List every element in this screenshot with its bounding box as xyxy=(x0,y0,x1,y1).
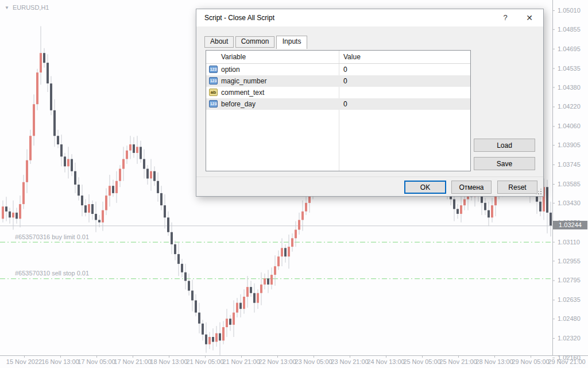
help-button[interactable]: ? xyxy=(496,9,514,26)
price-axis-label: 1.03110 xyxy=(558,239,580,246)
time-axis-label: 21 Nov 05:00 xyxy=(186,358,223,365)
string-variable-icon: ab xyxy=(209,89,218,96)
tab-inputs[interactable]: Inputs xyxy=(276,36,308,49)
variable-name: option xyxy=(221,64,240,75)
cancel-button[interactable]: Отмена xyxy=(451,181,492,194)
inputs-table: Variable Value 123 option 0 123 magic_nu… xyxy=(206,50,471,171)
price-axis-label: 1.03585 xyxy=(558,181,581,187)
time-axis-label: 29 Nov 21:00 xyxy=(548,358,585,365)
time-axis-label: 28 Nov 13:00 xyxy=(475,358,513,365)
price-axis-label: 1.04535 xyxy=(558,65,581,72)
price-axis-label: 1.02955 xyxy=(558,258,581,264)
metatrader-chart-window: ▼ EURUSD,H1 #653570316 buy limit 0.01 #6… xyxy=(0,0,588,368)
variable-value-cell[interactable]: 0 xyxy=(343,75,469,87)
sell-stop-order-label[interactable]: #653570310 sell stop 0.01 xyxy=(15,270,89,277)
price-axis-label: 1.04855 xyxy=(558,26,581,33)
tab-about[interactable]: About xyxy=(204,36,234,48)
table-header-row: Variable Value xyxy=(206,51,470,64)
price-axis-label: 1.03745 xyxy=(558,161,581,168)
int-variable-icon: 123 xyxy=(209,66,218,73)
price-axis-label: 1.04695 xyxy=(558,45,581,52)
ok-button[interactable]: OK xyxy=(404,181,446,194)
variable-value-cell[interactable]: 0 xyxy=(343,64,469,75)
price-axis-label: 1.05010 xyxy=(558,7,581,14)
price-axis-label: 1.03905 xyxy=(558,141,581,148)
close-icon[interactable]: ✕ xyxy=(520,9,539,26)
buy-limit-order-label[interactable]: #653570316 buy limit 0.01 xyxy=(15,233,89,240)
variable-value-cell[interactable]: 0 xyxy=(343,98,469,110)
time-axis-label: 15 Nov 2022 xyxy=(6,358,42,365)
dialog-titlebar[interactable]: Script - Close All Script ? ✕ xyxy=(196,9,543,26)
reset-button[interactable]: Reset xyxy=(497,181,537,194)
variable-name: before_day xyxy=(221,98,256,110)
time-axis-label: 29 Nov 05:00 xyxy=(512,358,549,365)
price-axis-label: 1.04220 xyxy=(558,103,581,110)
load-button[interactable]: Load xyxy=(474,139,535,152)
resize-grip[interactable] xyxy=(535,188,541,194)
price-axis-label: 1.02635 xyxy=(558,296,581,303)
time-axis-label: 25 Nov 21:00 xyxy=(439,358,477,365)
tab-common[interactable]: Common xyxy=(235,36,275,48)
time-axis-label: 21 Nov 21:00 xyxy=(222,358,260,365)
table-row[interactable]: 123 before_day 0 xyxy=(206,98,470,110)
time-axis-label: 23 Nov 21:00 xyxy=(331,358,368,365)
time-axis-label: 17 Nov 21:00 xyxy=(114,358,151,365)
dialog-title: Script - Close All Script xyxy=(204,9,274,26)
time-axis-label: 18 Nov 13:00 xyxy=(150,358,187,365)
save-button[interactable]: Save xyxy=(474,157,535,170)
current-price-badge: 1.03244 xyxy=(553,221,587,229)
time-axis-label: 17 Nov 05:00 xyxy=(78,358,115,365)
price-axis-label: 1.03430 xyxy=(558,200,581,206)
script-inputs-dialog: Script - Close All Script ? ✕ About Comm… xyxy=(196,9,544,197)
time-axis-label: 25 Nov 05:00 xyxy=(403,358,440,365)
footer-divider xyxy=(196,177,543,177)
int-variable-icon: 123 xyxy=(209,77,218,85)
time-axis-label: 23 Nov 05:00 xyxy=(295,358,332,365)
symbol-period-dropdown[interactable]: ▼ EURUSD,H1 xyxy=(5,4,49,11)
column-header-variable: Variable xyxy=(221,51,246,63)
time-axis-label: 16 Nov 13:00 xyxy=(41,358,79,365)
chevron-down-icon: ▼ xyxy=(5,5,9,10)
price-axis-label: 1.02795 xyxy=(558,277,581,283)
time-axis-label: 24 Nov 13:00 xyxy=(367,358,404,365)
table-row[interactable]: 123 option 0 xyxy=(206,64,470,75)
symbol-period-label: EURUSD,H1 xyxy=(13,4,49,11)
column-header-value: Value xyxy=(343,51,361,63)
price-axis-label: 1.04380 xyxy=(558,84,581,91)
variable-name: comment_text xyxy=(221,87,264,98)
dialog-tabs: About Common Inputs xyxy=(204,34,307,47)
table-row[interactable]: 123 magic_number 0 xyxy=(206,75,470,87)
price-axis-label: 1.04060 xyxy=(558,122,581,129)
int-variable-icon: 123 xyxy=(209,100,218,108)
table-row[interactable]: ab comment_text xyxy=(206,87,470,98)
time-axis-label: 22 Nov 13:00 xyxy=(258,358,296,365)
price-axis-label: 1.02320 xyxy=(558,335,581,342)
price-axis-label: 1.02480 xyxy=(558,315,581,322)
variable-name: magic_number xyxy=(221,75,266,87)
